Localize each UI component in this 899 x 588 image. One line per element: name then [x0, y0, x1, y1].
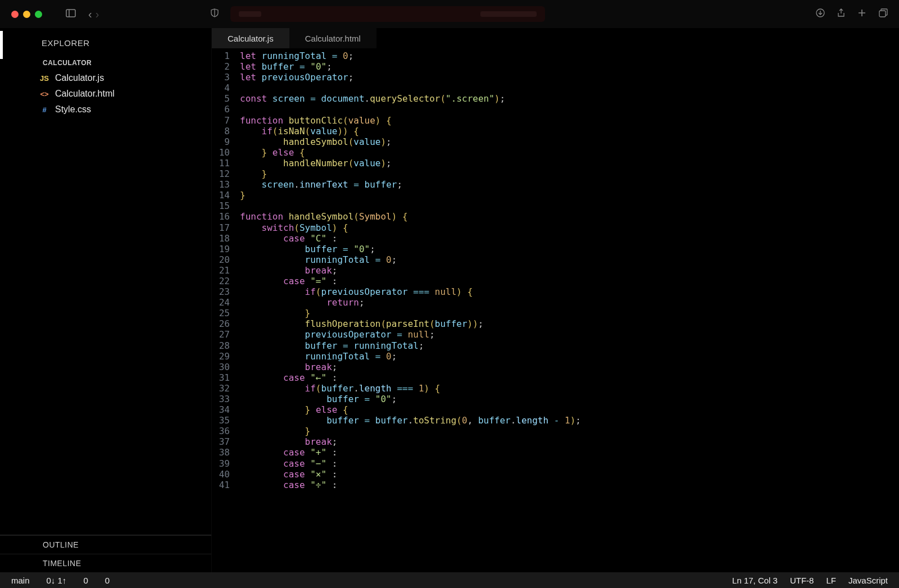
- main-area: EXPLORER CALCULATOR JSCalculator.js<>Cal…: [0, 28, 899, 572]
- line-number: 11: [212, 158, 240, 168]
- tabs-overview-icon[interactable]: [879, 8, 888, 20]
- line-number: 31: [212, 372, 240, 383]
- line-number: 4: [212, 83, 240, 93]
- url-redacted-right: [480, 11, 537, 17]
- url-redacted-left: [239, 11, 261, 17]
- right-panel-empty: [770, 28, 899, 572]
- line-number: 35: [212, 415, 240, 426]
- shield-icon[interactable]: [211, 8, 219, 20]
- line-number: 17: [212, 222, 240, 233]
- line-number: 41: [212, 480, 240, 490]
- nav-arrows: ‹ ›: [88, 8, 99, 21]
- line-number: 25: [212, 308, 240, 318]
- line-number: 23: [212, 286, 240, 297]
- line-number: 3: [212, 72, 240, 83]
- line-number: 24: [212, 297, 240, 308]
- line-number: 38: [212, 447, 240, 458]
- sidebar-section-title[interactable]: CALCULATOR: [0, 53, 211, 70]
- tab-calculator-js[interactable]: Calculator.js: [212, 28, 289, 48]
- window-controls: [11, 11, 42, 18]
- line-number: 36: [212, 426, 240, 436]
- line-number: 21: [212, 265, 240, 276]
- line-number: 10: [212, 147, 240, 158]
- git-branch[interactable]: main: [11, 576, 30, 585]
- line-number: 20: [212, 254, 240, 265]
- line-number: 34: [212, 404, 240, 415]
- line-number: 16: [212, 211, 240, 222]
- minimize-window-button[interactable]: [23, 11, 30, 18]
- nav-back-icon[interactable]: ‹: [88, 8, 92, 21]
- titlebar: ‹ ›: [0, 0, 899, 28]
- line-number: 18: [212, 233, 240, 244]
- eol[interactable]: LF: [826, 576, 836, 585]
- line-number: 6: [212, 104, 240, 115]
- line-number: 28: [212, 340, 240, 351]
- errors-count[interactable]: 0: [83, 576, 88, 585]
- outline-section[interactable]: OUTLINE: [0, 535, 211, 554]
- line-number: 30: [212, 362, 240, 372]
- download-icon[interactable]: [816, 8, 825, 20]
- file-item-style-css[interactable]: #Style.css: [0, 102, 211, 117]
- html-file-icon: <>: [38, 90, 51, 98]
- line-number: 13: [212, 179, 240, 190]
- svg-rect-0: [66, 10, 75, 17]
- line-number: 27: [212, 329, 240, 340]
- line-number: 22: [212, 276, 240, 286]
- line-number: 19: [212, 244, 240, 254]
- sidebar: EXPLORER CALCULATOR JSCalculator.js<>Cal…: [0, 28, 212, 572]
- activity-bar-indicator: [0, 31, 3, 59]
- encoding[interactable]: UTF-8: [790, 576, 814, 585]
- line-number: 32: [212, 383, 240, 394]
- line-number: 40: [212, 469, 240, 480]
- line-number: 15: [212, 200, 240, 211]
- line-number: 26: [212, 318, 240, 329]
- line-number: 29: [212, 351, 240, 362]
- file-name: Calculator.js: [55, 73, 104, 83]
- sidebar-bottom: OUTLINE TIMELINE: [0, 535, 211, 572]
- line-number: 1: [212, 51, 240, 61]
- warnings-count[interactable]: 0: [105, 576, 110, 585]
- timeline-section[interactable]: TIMELINE: [0, 554, 211, 572]
- line-number: 7: [212, 115, 240, 126]
- titlebar-right-controls: [816, 8, 888, 20]
- statusbar: main 0↓ 1↑ 0 0 Ln 17, Col 3 UTF-8 LF Jav…: [0, 572, 899, 588]
- sidebar-toggle-icon[interactable]: [66, 8, 76, 20]
- git-sync[interactable]: 0↓ 1↑: [47, 576, 67, 585]
- line-number: 37: [212, 436, 240, 447]
- line-number: 33: [212, 394, 240, 404]
- language-mode[interactable]: JavaScript: [848, 576, 888, 585]
- close-window-button[interactable]: [11, 11, 19, 18]
- nav-forward-icon[interactable]: ›: [96, 8, 99, 21]
- line-number: 8: [212, 126, 240, 136]
- file-item-calculator-html[interactable]: <>Calculator.html: [0, 86, 211, 102]
- line-number: 2: [212, 61, 240, 72]
- sidebar-title: EXPLORER: [0, 28, 211, 53]
- file-name: Calculator.html: [55, 89, 115, 99]
- cursor-position[interactable]: Ln 17, Col 3: [732, 576, 778, 585]
- line-number: 12: [212, 168, 240, 179]
- file-item-calculator-js[interactable]: JSCalculator.js: [0, 70, 211, 86]
- share-icon[interactable]: [837, 8, 845, 20]
- line-number: 5: [212, 93, 240, 104]
- line-number: 39: [212, 458, 240, 469]
- tab-calculator-html[interactable]: Calculator.html: [289, 28, 376, 48]
- svg-rect-4: [879, 11, 886, 17]
- line-number: 14: [212, 190, 240, 200]
- css-file-icon: #: [38, 106, 51, 114]
- line-number: 9: [212, 136, 240, 147]
- maximize-window-button[interactable]: [35, 11, 42, 18]
- file-name: Style.css: [55, 104, 91, 115]
- new-tab-icon[interactable]: [857, 8, 866, 20]
- url-bar[interactable]: [230, 6, 545, 22]
- js-file-icon: JS: [38, 74, 51, 83]
